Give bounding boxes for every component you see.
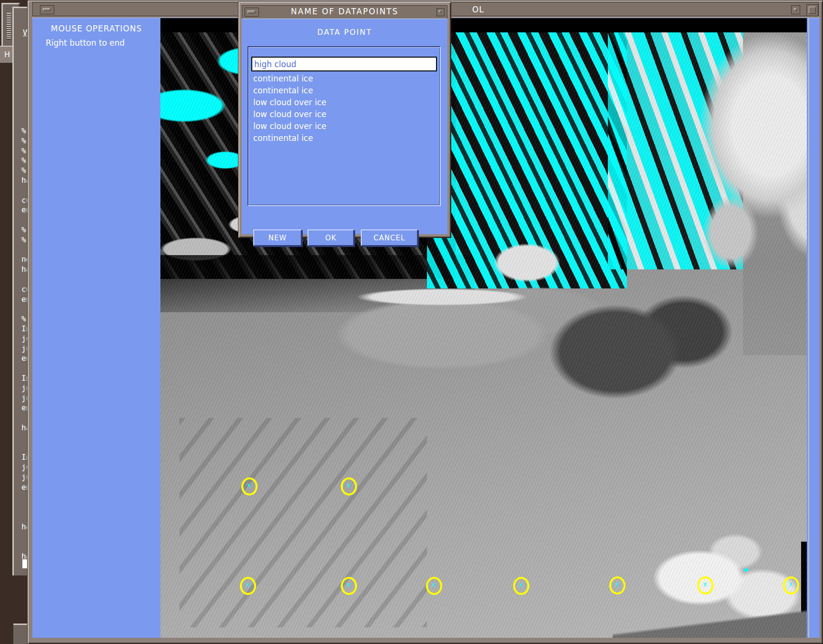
resize-icon: [439, 10, 441, 13]
new-button[interactable]: NEW: [253, 229, 302, 246]
datapoint-list-item[interactable]: continental ice: [251, 132, 437, 144]
right-panel-strip: [808, 18, 820, 638]
marker-center-icon: x: [247, 482, 251, 488]
marker-center-icon: x: [347, 581, 350, 588]
dialog-menu-button[interactable]: [245, 8, 259, 17]
marker-center-icon: x: [615, 581, 619, 587]
dialog-titlebar[interactable]: NAME OF DATAPOINTS: [242, 5, 447, 19]
dialog-heading: DATA POINT: [242, 28, 447, 37]
datapoint-marker[interactable]: x: [513, 577, 529, 595]
datapoints-dialog: NAME OF DATAPOINTS DATA POINT continenta…: [238, 1, 451, 238]
datapoint-marker[interactable]: x: [240, 577, 256, 595]
maximize-icon: [809, 7, 816, 14]
marker-center-icon: x: [246, 581, 249, 588]
mouse-operations-heading: MOUSE OPERATIONS: [32, 24, 160, 33]
marker-center-icon: x: [703, 581, 707, 587]
mouse-operations-panel: MOUSE OPERATIONS Right button to end: [32, 18, 160, 638]
dialog-resize-button[interactable]: [436, 8, 445, 16]
dialog-title: NAME OF DATAPOINTS: [291, 7, 398, 16]
minimize-icon: [794, 8, 797, 11]
scrollbar-fragment: [7, 13, 11, 40]
datapoint-marker[interactable]: x: [426, 577, 442, 595]
cancel-button[interactable]: CANCEL: [361, 229, 418, 246]
marker-center-icon: x: [519, 581, 523, 588]
datapoint-list: continental icecontinental icelow cloud …: [248, 46, 441, 206]
datapoint-marker[interactable]: x: [341, 477, 357, 495]
marker-center-icon: x: [432, 581, 436, 588]
datapoint-marker[interactable]: x: [241, 477, 258, 495]
ok-button[interactable]: OK: [307, 229, 354, 246]
window-menu-button[interactable]: [40, 5, 54, 14]
datapoint-marker[interactable]: x: [783, 576, 799, 594]
dialog-body: DATA POINT continental icecontinental ic…: [242, 19, 447, 234]
maximize-button[interactable]: [806, 4, 818, 16]
dash-icon: [248, 10, 255, 13]
dialog-button-row: NEW OK CANCEL: [249, 229, 440, 247]
datapoint-list-item[interactable]: low cloud over ice: [251, 97, 437, 109]
datapoint-marker[interactable]: x: [697, 576, 714, 594]
marker-center-icon: x: [789, 581, 793, 587]
background-window-label: H: [0, 46, 13, 63]
marker-center-icon: x: [347, 482, 350, 488]
datapoint-name-input[interactable]: [251, 57, 437, 71]
datapoint-list-item[interactable]: continental ice: [251, 85, 437, 97]
datapoint-list-item[interactable]: continental ice: [251, 73, 437, 85]
datapoint-marker[interactable]: x: [341, 577, 357, 595]
datapoint-marker[interactable]: x: [609, 576, 625, 594]
datapoint-list-item[interactable]: low cloud over ice: [251, 109, 437, 120]
datapoint-list-item[interactable]: low cloud over ice: [251, 120, 437, 132]
datapoint-list-items: continental icecontinental icelow cloud …: [251, 73, 437, 144]
main-window-title: OL: [472, 5, 484, 14]
minimize-button[interactable]: [791, 5, 800, 14]
mouse-operations-instruction: Right button to end: [46, 38, 125, 48]
dash-icon: [43, 8, 50, 11]
